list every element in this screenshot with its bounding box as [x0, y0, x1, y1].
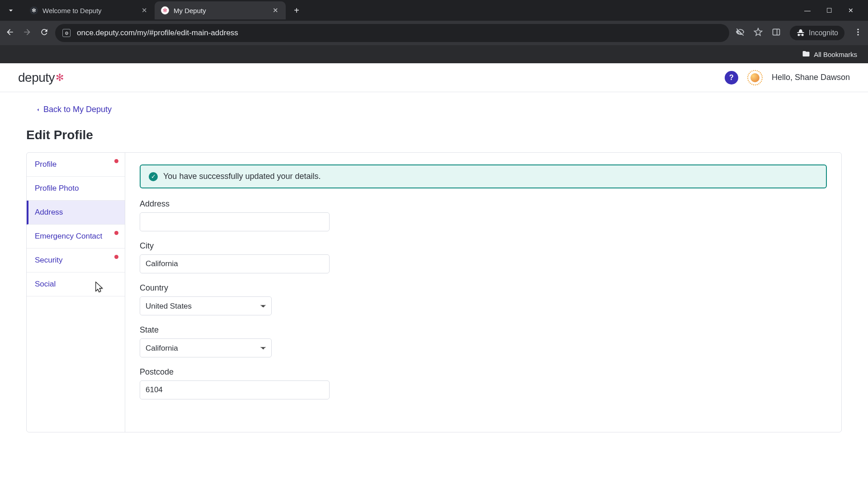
svg-rect-0	[773, 29, 780, 35]
svg-point-4	[857, 34, 859, 35]
tab-title: Welcome to Deputy	[42, 7, 102, 14]
minimize-icon[interactable]: —	[803, 7, 812, 14]
sidebar-item-security[interactable]: Security	[27, 249, 125, 272]
success-banner: ✓ You have successfully updated your det…	[140, 164, 827, 188]
back-icon[interactable]	[5, 28, 14, 38]
country-label: Country	[140, 283, 827, 293]
sidebar-item-label: Social	[35, 280, 56, 289]
sidebar-item-emergency-contact[interactable]: Emergency Contact	[27, 225, 125, 249]
form-area: ✓ You have successfully updated your det…	[125, 153, 841, 432]
site-settings-icon[interactable]: ⚙	[62, 29, 71, 37]
kebab-menu-icon[interactable]	[854, 28, 863, 38]
tab-title: My Deputy	[174, 7, 206, 14]
incognito-icon	[796, 28, 805, 38]
sidebar-item-label: Profile	[35, 160, 57, 169]
alert-dot-icon	[114, 255, 118, 259]
forward-icon	[23, 28, 32, 38]
url-text: once.deputy.com/my/#profile/edit-main-ad…	[77, 28, 238, 38]
bookmark-star-icon[interactable]	[754, 28, 763, 38]
sidebar-item-profile-photo[interactable]: Profile Photo	[27, 177, 125, 201]
back-to-deputy-link[interactable]: Back to My Deputy	[35, 105, 112, 114]
deputy-logo[interactable]: deputy✻	[18, 70, 64, 85]
reload-icon[interactable]	[40, 28, 49, 38]
sidebar-item-address[interactable]: Address	[27, 201, 125, 225]
tab-strip: ✻ Welcome to Deputy ✕ ✻ My Deputy ✕ + — …	[0, 0, 868, 21]
close-window-icon[interactable]: ✕	[846, 7, 855, 14]
profile-panel: Profile Profile Photo Address Emergency …	[26, 152, 842, 432]
help-button[interactable]: ?	[725, 71, 738, 84]
logo-text: deputy	[18, 70, 55, 85]
side-tabs: Profile Profile Photo Address Emergency …	[27, 153, 125, 432]
favicon-deputy-icon: ✻	[30, 6, 38, 14]
eye-off-icon[interactable]	[736, 28, 745, 38]
tab-search-dropdown[interactable]	[4, 3, 18, 18]
page-title: Edit Profile	[26, 128, 842, 142]
all-bookmarks-link[interactable]: All Bookmarks	[814, 51, 857, 58]
svg-point-2	[857, 29, 859, 30]
sidebar-item-label: Emergency Contact	[35, 232, 102, 241]
favicon-deputy-icon: ✻	[161, 6, 169, 14]
new-tab-button[interactable]: +	[289, 3, 304, 18]
window-controls: — ☐ ✕	[803, 7, 864, 14]
browser-tab-active[interactable]: ✻ My Deputy ✕	[155, 1, 286, 19]
sidebar-item-label: Security	[35, 256, 62, 265]
state-select[interactable]: California	[140, 338, 272, 357]
bookmarks-bar: All Bookmarks	[0, 45, 868, 63]
maximize-icon[interactable]: ☐	[825, 7, 834, 14]
success-message: You have successfully updated your detai…	[163, 172, 321, 181]
state-label: State	[140, 325, 827, 335]
folder-icon	[802, 50, 810, 59]
check-circle-icon: ✓	[149, 172, 158, 181]
address-label: Address	[140, 199, 827, 209]
alert-dot-icon	[114, 159, 118, 163]
sidebar-item-social[interactable]: Social	[27, 272, 125, 296]
city-input[interactable]	[140, 254, 330, 273]
sidebar-item-label: Profile Photo	[35, 184, 79, 193]
country-select[interactable]: United States	[140, 296, 272, 315]
url-input[interactable]: ⚙ once.deputy.com/my/#profile/edit-main-…	[55, 24, 729, 42]
alert-dot-icon	[114, 231, 118, 235]
side-panel-icon[interactable]	[772, 28, 781, 38]
close-icon[interactable]: ✕	[140, 6, 148, 14]
incognito-label: Incognito	[809, 29, 838, 37]
sidebar-item-label: Address	[35, 208, 63, 217]
address-bar: ⚙ once.deputy.com/my/#profile/edit-main-…	[0, 21, 868, 45]
incognito-chip[interactable]: Incognito	[790, 26, 844, 40]
logo-spark-icon: ✻	[56, 72, 64, 84]
greeting-text: Hello, Shane Dawson	[772, 73, 850, 82]
avatar[interactable]	[747, 70, 763, 85]
chevron-left-icon	[35, 107, 41, 113]
browser-tab-inactive[interactable]: ✻ Welcome to Deputy ✕	[24, 1, 155, 19]
close-icon[interactable]: ✕	[271, 6, 279, 14]
svg-point-3	[857, 31, 859, 33]
app-header: deputy✻ ? Hello, Shane Dawson	[0, 63, 868, 92]
address-input[interactable]	[140, 212, 330, 231]
city-label: City	[140, 241, 827, 251]
postcode-label: Postcode	[140, 367, 827, 377]
back-link-label: Back to My Deputy	[43, 105, 112, 114]
sidebar-item-profile[interactable]: Profile	[27, 153, 125, 177]
postcode-input[interactable]	[140, 380, 330, 399]
